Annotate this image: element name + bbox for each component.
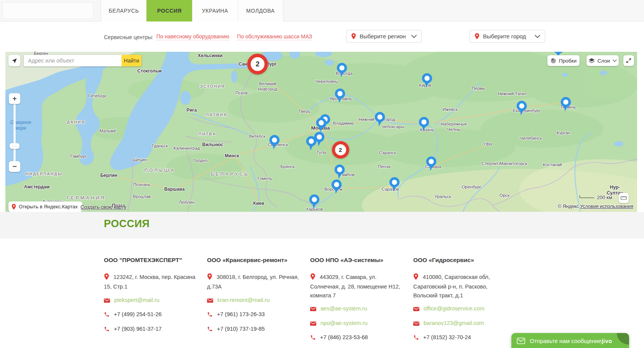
zoom-slider-track[interactable] [13, 98, 16, 167]
service-center-card: ООО «Гидросервис»410080, Саратовская обл… [413, 251, 505, 348]
map-pin[interactable] [374, 111, 386, 128]
email-icon [310, 320, 316, 328]
map-pin[interactable] [331, 179, 342, 196]
service-center-phone-row: +7 (910) 737-19-85 [207, 325, 299, 334]
section-title: РОССИЯ [104, 218, 150, 230]
map-pin[interactable] [334, 164, 345, 181]
map-pin[interactable] [418, 116, 430, 133]
email-link[interactable]: aes@ae-system.ru [320, 305, 367, 312]
phone-icon [104, 326, 110, 334]
service-center-card: ООО НПО «АЭ-системы»443029, г. Самара, у… [310, 251, 402, 348]
email-link[interactable]: npo@ae-system.ru [320, 320, 368, 326]
service-centers-page: БЕЛАРУСЬРОССИЯУКРАИНАМОЛДОВА Сервисные ц… [0, 0, 644, 348]
email-link[interactable]: office@gidroservice.com [424, 305, 485, 312]
terms-link[interactable]: Условия использования [580, 204, 633, 209]
traffic-icon [550, 58, 556, 64]
email-icon [413, 305, 419, 314]
email-link[interactable]: baranov123@gmail.com [424, 320, 484, 326]
location-icon [310, 273, 315, 282]
zoom-in-button[interactable]: + [9, 93, 20, 104]
layers-icon [588, 58, 595, 64]
jivo-chat-widget[interactable]: Отправьте нам сообщение jivo [511, 333, 629, 348]
phone-number: +7 (499) 254-51-26 [114, 311, 162, 317]
service-center-phone-row: +7 (499) 254-51-26 [104, 310, 196, 320]
map-pin[interactable] [516, 100, 527, 117]
phone-number: +7 (846) 223-53-68 [320, 334, 368, 340]
location-arrow-icon [11, 58, 18, 64]
layers-button[interactable]: Слои [586, 55, 619, 66]
phone-number: +7 (8152) 32-70-24 [423, 334, 471, 340]
map-pin[interactable] [334, 88, 346, 105]
tab-country-2[interactable]: УКРАИНА [192, 0, 238, 21]
map-scale: 200 км [580, 195, 612, 200]
filter-link-0[interactable]: По навесному оборудованию [156, 33, 229, 40]
service-center-address: 443029, г. Самара, ул. Солнечная, д. 28,… [310, 273, 402, 300]
country-tabs: БЕЛАРУСЬРОССИЯУКРАИНАМОЛДОВА [101, 0, 283, 21]
jivo-logo: jivo [601, 338, 612, 344]
yandex-map[interactable]: БергенХельсинкиСанкт-ПетербургСтокгольмВ… [5, 52, 637, 212]
ruler-icon [621, 196, 627, 200]
message-icon [517, 338, 525, 344]
location-icon [104, 273, 109, 282]
map-pin[interactable] [306, 135, 317, 152]
open-in-yandex-link[interactable]: Открыть в Яндекс.Картах [8, 201, 82, 212]
map-search-input[interactable] [24, 55, 122, 66]
phone-icon [310, 334, 316, 343]
map-pin[interactable] [269, 134, 280, 151]
traffic-button[interactable]: Пробки [547, 55, 580, 66]
service-center-name: ООО «Крансервис-ремонт» [207, 257, 299, 264]
phone-icon [207, 326, 213, 334]
filter-links: По навесному оборудованиюПо обслуживанию… [156, 33, 312, 40]
region-select-value: Выберите регион [360, 33, 406, 40]
phone-icon [104, 311, 110, 320]
location-icon [413, 273, 419, 282]
service-center-name: ООО "ПРОМТЕХЭКСПЕРТ" [104, 257, 196, 264]
geolocate-button[interactable] [8, 55, 20, 66]
map-pin[interactable] [421, 73, 433, 89]
email-icon [104, 297, 110, 305]
map-search-button[interactable]: Найти [122, 55, 141, 66]
tab-country-1[interactable]: РОССИЯ [146, 0, 192, 21]
zoom-slider-handle[interactable]: :::: [10, 143, 20, 149]
ruler-button[interactable] [619, 193, 629, 203]
map-pin[interactable] [560, 96, 572, 113]
chevron-down-icon [613, 59, 617, 62]
service-center-name: ООО «Гидросервис» [413, 257, 505, 264]
email-link[interactable]: ptekspert@mail.ru [114, 297, 159, 303]
map-pin[interactable] [336, 62, 348, 79]
scale-bar [580, 195, 594, 198]
city-select[interactable]: Выберите город [470, 30, 545, 43]
map-search-bar: Найти [24, 55, 141, 66]
service-center-name: ООО НПО «АЭ-системы» [310, 257, 402, 264]
map-cluster[interactable]: 2 [332, 141, 349, 158]
filter-link-1[interactable]: По обслуживанию шасси МАЗ [237, 33, 312, 40]
map-pin[interactable] [426, 156, 437, 173]
country-tab-bar: БЕЛАРУСЬРОССИЯУКРАИНАМОЛДОВА [0, 0, 644, 21]
zoom-out-button[interactable]: − [9, 161, 20, 172]
country-section-band: РОССИЯ [0, 212, 644, 239]
service-center-email-row: ptekspert@mail.ru [104, 296, 196, 305]
service-center-email-row: kran-remont@mail.ru [207, 296, 299, 305]
fullscreen-button[interactable] [623, 55, 634, 66]
service-center-phone-row: +7 (8152) 32-70-24 [413, 333, 505, 343]
service-center-address: 308018, г. Белгород, ул. Речная, д.73А [207, 273, 299, 291]
region-select[interactable]: Выберите регион [346, 30, 422, 43]
email-link[interactable]: kran-remont@mail.ru [217, 297, 269, 303]
tab-country-3[interactable]: МОЛДОВА [238, 0, 283, 21]
service-center-email-row: npo@ae-system.ru [310, 319, 402, 328]
map-pin[interactable] [309, 194, 320, 211]
chat-message: Отправьте нам сообщение [530, 338, 601, 344]
create-map-link[interactable]: Создать свою карту [80, 204, 127, 210]
service-center-phone-row: +7 (903) 961-37-17 [104, 325, 196, 334]
service-center-email-row: baranov123@gmail.com [413, 319, 505, 328]
chevron-down-icon [411, 33, 417, 40]
logo-placeholder [2, 2, 94, 19]
service-center-address: 410080, Саратовская обл, Саратовский р-н… [413, 273, 505, 300]
service-centers-list: ООО "ПРОМТЕХЭКСПЕРТ"123242, г. Москва, п… [104, 251, 505, 348]
map-pin[interactable] [389, 176, 400, 193]
map-cluster[interactable]: 2 [247, 54, 268, 74]
leaf-decoration [617, 333, 629, 345]
tab-country-0[interactable]: БЕЛАРУСЬ [101, 0, 146, 21]
service-center-email-row: aes@ae-system.ru [310, 304, 402, 314]
service-center-address: 123242, г. Москва, пер. Красина 15, Стр.… [104, 273, 196, 291]
